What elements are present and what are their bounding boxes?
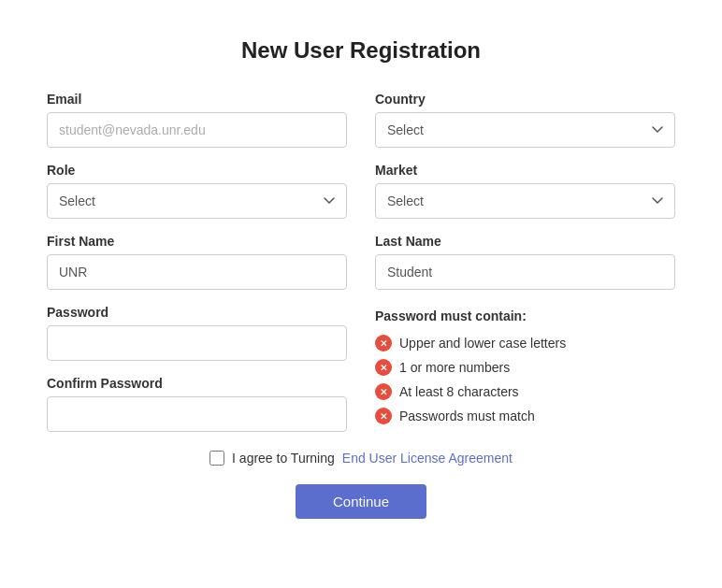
req-item-1: Upper and lower case letters	[375, 335, 675, 351]
market-group: Market Select	[375, 163, 675, 219]
form-container: New User Registration Email Country Sele…	[19, 19, 703, 547]
password-group: Password	[47, 305, 347, 361]
req-item-3: At least 8 characters	[375, 383, 675, 400]
password-section: Password Confirm Password Password must …	[47, 305, 675, 432]
page-title: New User Registration	[47, 37, 675, 64]
eula-link[interactable]: End User License Agreement	[342, 451, 513, 466]
top-grid: Email Country Select Role Select Market …	[47, 92, 675, 290]
email-field[interactable]	[47, 112, 347, 148]
password-requirements: Password must contain: Upper and lower c…	[375, 305, 675, 424]
req-item-2: 1 or more numbers	[375, 359, 675, 376]
market-label: Market	[375, 163, 675, 178]
firstname-label: First Name	[47, 234, 347, 249]
req-icon-2	[375, 359, 392, 376]
role-select[interactable]: Select	[47, 183, 347, 219]
country-select[interactable]: Select	[375, 112, 675, 148]
country-label: Country	[375, 92, 675, 107]
country-group: Country Select	[375, 92, 675, 148]
role-label: Role	[47, 163, 347, 178]
firstname-field[interactable]	[47, 254, 347, 290]
continue-row: Continue	[47, 484, 675, 519]
role-group: Role Select	[47, 163, 347, 219]
password-field[interactable]	[47, 325, 347, 361]
email-group: Email	[47, 92, 347, 148]
req-icon-4	[375, 408, 392, 424]
lastname-label: Last Name	[375, 234, 675, 249]
firstname-group: First Name	[47, 234, 347, 290]
market-select[interactable]: Select	[375, 183, 675, 219]
agreement-row: I agree to Turning End User License Agre…	[47, 451, 675, 466]
continue-button[interactable]: Continue	[296, 484, 426, 519]
req-item-4: Passwords must match	[375, 408, 675, 424]
req-text-2: 1 or more numbers	[399, 360, 510, 375]
confirm-password-group: Confirm Password	[47, 376, 347, 432]
req-icon-3	[375, 383, 392, 400]
agreement-text: I agree to Turning	[232, 451, 335, 466]
req-text-4: Passwords must match	[399, 409, 535, 423]
password-left: Password Confirm Password	[47, 305, 347, 432]
email-label: Email	[47, 92, 347, 107]
confirm-password-label: Confirm Password	[47, 376, 347, 391]
req-icon-1	[375, 335, 392, 351]
password-label: Password	[47, 305, 347, 320]
lastname-field[interactable]	[375, 254, 675, 290]
req-text-1: Upper and lower case letters	[399, 336, 566, 351]
req-text-3: At least 8 characters	[399, 384, 519, 399]
agreement-checkbox[interactable]	[209, 451, 224, 466]
confirm-password-field[interactable]	[47, 396, 347, 432]
lastname-group: Last Name	[375, 234, 675, 290]
requirements-title: Password must contain:	[375, 308, 675, 323]
password-right: Password must contain: Upper and lower c…	[375, 305, 675, 432]
